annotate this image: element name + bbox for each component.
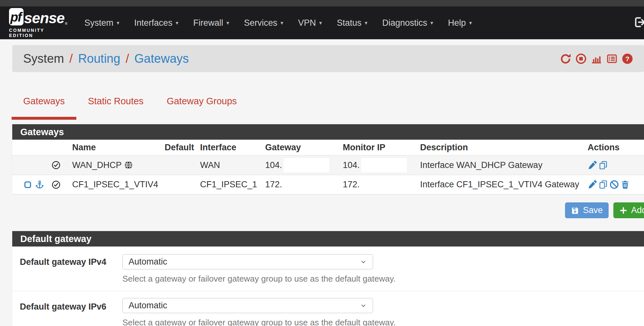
trash-icon[interactable]: [620, 180, 630, 189]
nav-item-interfaces[interactable]: Interfaces▾: [134, 18, 178, 28]
nav-item-firewall[interactable]: Firewall▾: [193, 18, 229, 28]
default-gateway-panel: Default gateway Default gateway IPv4Auto…: [12, 231, 644, 326]
pf-logo-mark: pf: [9, 8, 24, 25]
routing-tabs: GatewaysStatic RoutesGateway Groups: [12, 96, 644, 120]
field-help-text: Select a gateway or failover gateway gro…: [122, 274, 644, 284]
redaction-box: [361, 178, 407, 192]
caret-down-icon: ▾: [117, 20, 120, 26]
gateways-panel-title: Gateways: [12, 124, 644, 140]
add-gateway-button[interactable]: Add: [613, 202, 644, 218]
pfsense-logo[interactable]: pf sense ® COMMUNITY EDITION: [9, 8, 70, 38]
window-chrome-strip: [0, 0, 644, 6]
caret-down-icon: ▾: [176, 20, 178, 26]
chevron-down-icon: [360, 302, 367, 309]
registered-mark: ®: [65, 22, 67, 25]
select-value: Automatic: [129, 257, 167, 267]
nav-item-vpn[interactable]: VPN▾: [298, 18, 322, 28]
main-navbar: pf sense ® COMMUNITY EDITION System▾Inte…: [0, 6, 644, 39]
default-gateway-form: Default gateway IPv4AutomaticSelect a ga…: [12, 247, 644, 326]
nav-item-label: VPN: [298, 18, 316, 28]
tab-gateways[interactable]: Gateways: [12, 96, 76, 120]
breadcrumb-routing[interactable]: Routing: [78, 52, 120, 65]
column-header-interface: Interface: [195, 143, 260, 153]
question-circle-icon[interactable]: ?: [622, 53, 633, 64]
list-icon[interactable]: [606, 53, 618, 64]
gateway-interface: CF1_IPSEC_1: [195, 180, 260, 190]
pencil-icon[interactable]: [588, 180, 597, 189]
column-header-default: Default: [159, 143, 195, 153]
gateway-description: Interface CF1_IPSEC_1_VTIV4 Gateway: [415, 180, 582, 190]
field-label: Default gateway IPv4: [12, 247, 119, 291]
nav-item-label: Status: [337, 18, 361, 28]
nav-item-system[interactable]: System▾: [84, 18, 120, 28]
breadcrumb-separator: /: [120, 52, 134, 65]
refresh-icon[interactable]: [560, 53, 571, 64]
globe-icon: [124, 161, 133, 170]
table-header-row: NameDefaultInterfaceGatewayMonitor IPDes…: [12, 140, 644, 155]
breadcrumb-actions: ?: [556, 53, 633, 64]
default-gateway-ipv4-select[interactable]: Automatic: [122, 254, 373, 269]
nav-item-label: Diagnostics: [382, 18, 428, 28]
monitor-ip: 104.: [338, 158, 415, 172]
nav-item-diagnostics[interactable]: Diagnostics▾: [382, 18, 433, 28]
redaction-box: [361, 158, 407, 172]
chevron-down-icon: [360, 258, 367, 265]
save-button[interactable]: Save: [565, 202, 609, 218]
redaction-box: [284, 158, 329, 172]
gateways-table: NameDefaultInterfaceGatewayMonitor IPDes…: [12, 140, 644, 194]
breadcrumb-separator: /: [64, 52, 78, 65]
form-row-default-gateway-ipv4: Default gateway IPv4AutomaticSelect a ga…: [12, 247, 644, 291]
row-status-icons: [12, 180, 67, 189]
copy-icon[interactable]: [599, 161, 608, 170]
brand-sense-text: sense: [24, 11, 64, 25]
copy-icon[interactable]: [599, 180, 608, 189]
nav-menu: System▾Interfaces▾Firewall▾Services▾VPN▾…: [84, 18, 633, 28]
breadcrumb-gateways[interactable]: Gateways: [134, 52, 189, 65]
gateway-address: 104.: [260, 158, 338, 172]
tab-static-routes[interactable]: Static Routes: [76, 96, 155, 120]
check-circle-icon: [52, 180, 61, 189]
anchor-icon[interactable]: [35, 180, 44, 189]
column-header-gateway: Gateway: [260, 143, 338, 153]
brand-tagline: COMMUNITY EDITION: [9, 28, 70, 38]
redaction-box: [284, 178, 329, 192]
default-gateway-panel-title: Default gateway: [12, 231, 644, 247]
nav-item-label: Firewall: [193, 18, 223, 28]
gateway-address: 172.: [260, 178, 338, 192]
select-value: Automatic: [129, 301, 167, 311]
row-actions: [582, 180, 644, 189]
square-icon[interactable]: [23, 180, 32, 189]
column-header-description: Description: [415, 143, 582, 153]
nav-item-label: Interfaces: [134, 18, 173, 28]
gateway-row-wan-dhcp: WAN_DHCPWAN104.104.Interface WAN_DHCP Ga…: [12, 155, 644, 175]
check-circle-icon: [52, 161, 61, 170]
breadcrumb: System / Routing / Gateways ?: [12, 45, 644, 72]
stop-circle-icon[interactable]: [575, 53, 587, 64]
row-status-icons: [12, 161, 67, 170]
nav-item-services[interactable]: Services▾: [244, 18, 283, 28]
page-title: System / Routing / Gateways: [23, 52, 189, 66]
gateway-row-cf1-ipsec-1-vtiv4: CF1_IPSEC_1_VTIV4CF1_IPSEC_1172.172.Inte…: [12, 175, 644, 194]
tab-gateway-groups[interactable]: Gateway Groups: [155, 96, 248, 120]
bar-chart-icon[interactable]: [591, 53, 602, 64]
caret-down-icon: ▾: [281, 20, 284, 26]
column-header-name: Name: [67, 143, 159, 153]
gateway-interface: WAN: [195, 160, 260, 170]
ban-icon[interactable]: [610, 180, 619, 189]
nav-item-status[interactable]: Status▾: [337, 18, 367, 28]
table-actions-row: Save Add: [0, 202, 644, 218]
monitor-ip: 172.: [338, 178, 415, 192]
column-header-monitor-ip: Monitor IP: [338, 143, 415, 153]
floppy-icon: [571, 206, 579, 215]
gateway-description: Interface WAN_DHCP Gateway: [415, 160, 582, 170]
nav-item-label: Services: [244, 18, 277, 28]
pencil-icon[interactable]: [588, 161, 597, 170]
caret-down-icon: ▾: [319, 20, 322, 26]
nav-item-help[interactable]: Help▾: [448, 18, 472, 28]
form-row-default-gateway-ipv6: Default gateway IPv6AutomaticSelect a ga…: [12, 291, 644, 326]
sign-out-icon[interactable]: [633, 16, 644, 29]
column-header-actions: Actions: [582, 143, 644, 153]
caret-down-icon: ▾: [430, 20, 433, 26]
row-actions: [582, 161, 644, 170]
default-gateway-ipv6-select[interactable]: Automatic: [122, 298, 373, 313]
